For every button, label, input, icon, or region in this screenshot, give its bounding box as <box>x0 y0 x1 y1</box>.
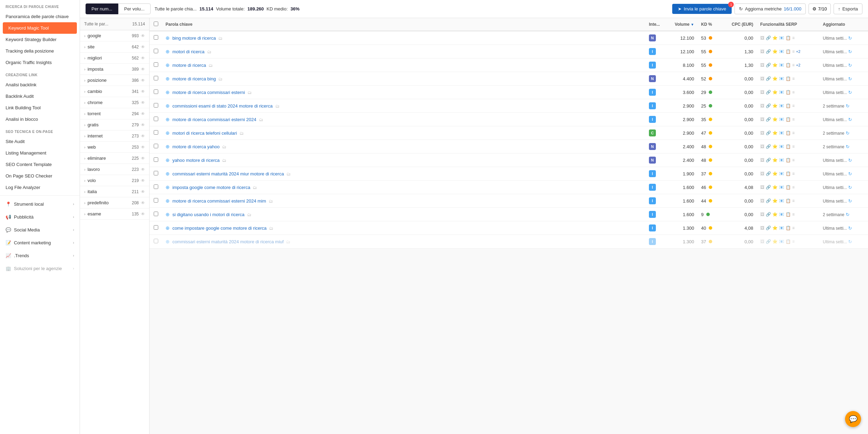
keyword-link[interactable]: motore di ricerca commissari esterni 202… <box>172 117 256 122</box>
row-checkbox[interactable] <box>154 89 158 94</box>
sidebar-item-seo-content[interactable]: SEO Content Template <box>0 159 80 170</box>
keyword-group-item[interactable]: ›google993👁 <box>80 30 149 41</box>
esporta-btn[interactable]: ↑ Esporta <box>834 3 862 14</box>
keyword-link[interactable]: motore di ricerca bing <box>172 76 216 81</box>
sidebar-group-trends[interactable]: 📈.Trends› <box>0 249 80 262</box>
refresh-btn[interactable]: ↻ <box>848 239 852 244</box>
folder-icon: 🗂 <box>222 158 226 163</box>
sidebar-item-site-audit[interactable]: Site Audit <box>0 136 80 147</box>
refresh-btn[interactable]: ↻ <box>848 158 852 163</box>
row-checkbox[interactable] <box>154 239 158 243</box>
sidebar-item-link-building[interactable]: Link Building Tool <box>0 102 80 113</box>
refresh-btn[interactable]: ↻ <box>846 144 850 149</box>
refresh-btn[interactable]: ↻ <box>848 117 852 122</box>
keyword-link[interactable]: si digitano usando i motori di ricerca <box>172 212 244 217</box>
row-checkbox[interactable] <box>154 212 158 216</box>
th-parola-chiave[interactable]: Parola chiave <box>162 18 645 31</box>
keyword-group-item[interactable]: ›lavoro223👁 <box>80 164 149 175</box>
row-checkbox[interactable] <box>154 130 158 135</box>
refresh-btn[interactable]: ↻ <box>848 76 852 81</box>
keyword-group-item[interactable]: ›volo219👁 <box>80 175 149 186</box>
keyword-link[interactable]: come impostare google come motore di ric… <box>172 226 267 231</box>
row-checkbox[interactable] <box>154 171 158 175</box>
settings-btn[interactable]: ⚙ 7/10 <box>809 3 830 14</box>
sidebar-item-panoramica[interactable]: Panoramica delle parole chiave <box>0 11 80 22</box>
refresh-btn[interactable]: ↻ <box>848 35 852 41</box>
row-checkbox[interactable] <box>154 103 158 108</box>
row-checkbox[interactable] <box>154 144 158 148</box>
keyword-group-item[interactable]: ›eliminare225👁 <box>80 153 149 164</box>
refresh-btn[interactable]: ↻ <box>848 171 852 176</box>
keyword-link[interactable]: motore di ricerca yahoo <box>172 144 220 149</box>
refresh-btn[interactable]: ↻ <box>846 212 850 217</box>
sidebar-item-analisi-backlink[interactable]: Analisi backlink <box>0 79 80 90</box>
keyword-group-item[interactable]: ›esame135👁 <box>80 208 149 220</box>
keyword-link[interactable]: commissari esterni maturità 2024 motore … <box>172 239 284 244</box>
serp-icon-mail: 📧 <box>779 49 784 54</box>
keyword-group-item[interactable]: ›chrome325👁 <box>80 97 149 108</box>
keyword-group-item[interactable]: ›gratis279👁 <box>80 119 149 131</box>
refresh-btn[interactable]: ↻ <box>846 131 850 136</box>
sidebar-group-pubblicita[interactable]: 📢Pubblicità› <box>0 211 80 223</box>
serp-icon-star: ⭐ <box>772 239 778 244</box>
refresh-btn[interactable]: ↻ <box>846 103 850 109</box>
invia-parole-chiave-btn[interactable]: ➤ Invia le parole chiave 1 <box>672 4 732 14</box>
aggiorna-metriche-btn[interactable]: ↻ Aggiorna metriche 16/1.000 <box>734 3 806 14</box>
keyword-link[interactable]: bing motore di ricerca <box>172 35 216 41</box>
th-volume[interactable]: Volume ▼ <box>666 18 698 31</box>
refresh-btn[interactable]: ↻ <box>848 198 852 204</box>
refresh-btn[interactable]: ↻ <box>848 226 852 231</box>
keyword-group-item[interactable]: ›cambio341👁 <box>80 86 149 97</box>
keyword-link[interactable]: imposta google come motore di ricerca <box>172 185 250 190</box>
sidebar-item-log-file[interactable]: Log File Analyzer <box>0 182 80 193</box>
sort-by-vol-btn[interactable]: Per volu... <box>118 3 151 14</box>
sidebar-item-keyword-magic[interactable]: Keyword Magic Tool <box>3 22 77 34</box>
row-checkbox[interactable] <box>154 198 158 203</box>
sort-by-num-btn[interactable]: Per num... <box>86 3 118 14</box>
serp-icon-list: 📋 <box>786 131 791 135</box>
sidebar-item-listing[interactable]: Listing Management <box>0 147 80 159</box>
keyword-group-item[interactable]: ›predefinito208👁 <box>80 197 149 208</box>
sidebar-item-backlink-audit[interactable]: Backlink Audit <box>0 90 80 102</box>
keyword-link[interactable]: commissioni esami di stato 2024 motore d… <box>172 103 273 109</box>
keyword-group-item[interactable]: ›web253👁 <box>80 142 149 153</box>
select-all-checkbox[interactable] <box>154 22 158 26</box>
keyword-group-item[interactable]: ›internet273👁 <box>80 131 149 142</box>
sidebar-item-analisi-blocco[interactable]: Analisi in blocco <box>0 113 80 125</box>
row-checkbox[interactable] <box>154 76 158 80</box>
sidebar-item-tracking[interactable]: Tracking della posizione <box>0 45 80 57</box>
sidebar-group-local[interactable]: 📍Strumenti local› <box>0 198 80 211</box>
refresh-btn[interactable]: ↻ <box>848 90 852 95</box>
refresh-btn[interactable]: ↻ <box>848 185 852 190</box>
keyword-group-item[interactable]: ›torrent294👁 <box>80 108 149 119</box>
keyword-group-item[interactable]: ›posizione386👁 <box>80 75 149 86</box>
keyword-link[interactable]: commissari esterni maturità 2024 miur mo… <box>172 171 284 176</box>
row-checkbox[interactable] <box>154 157 158 162</box>
sidebar-group-social[interactable]: 💬Social Media› <box>0 223 80 236</box>
row-checkbox[interactable] <box>154 62 158 67</box>
keyword-group-item[interactable]: ›migliori562👁 <box>80 53 149 64</box>
keyword-group-item[interactable]: ›imposta389👁 <box>80 64 149 75</box>
keyword-group-item[interactable]: ›site642👁 <box>80 41 149 53</box>
keyword-link[interactable]: motori di ricerca telefoni cellulari <box>172 131 237 136</box>
sidebar-item-organic-traffic[interactable]: Organic Traffic Insights <box>0 57 80 68</box>
keyword-link[interactable]: motore di ricerca commissari esterni 202… <box>172 198 266 204</box>
sidebar-item-keyword-strategy[interactable]: Keyword Strategy Builder <box>0 34 80 45</box>
expand-icon: › <box>84 123 86 127</box>
row-checkbox[interactable] <box>154 117 158 121</box>
keyword-link[interactable]: yahoo motore di ricerca <box>172 158 220 163</box>
keyword-group-item[interactable]: ›italia211👁 <box>80 186 149 197</box>
keyword-link[interactable]: motore di ricerca commissari esterni <box>172 90 245 95</box>
row-checkbox[interactable] <box>154 184 158 189</box>
sidebar-group-content[interactable]: 📝Content marketing› <box>0 236 80 249</box>
refresh-btn[interactable]: ↻ <box>848 63 852 68</box>
refresh-btn[interactable]: ↻ <box>848 49 852 54</box>
keyword-link[interactable]: motore di ricerca <box>172 63 206 68</box>
row-checkbox[interactable] <box>154 49 158 53</box>
group-icon: 📈 <box>6 253 11 258</box>
chat-bubble[interactable]: 💬 <box>845 411 861 427</box>
row-checkbox[interactable] <box>154 225 158 230</box>
keyword-link[interactable]: motori di ricerca <box>172 49 204 54</box>
row-checkbox[interactable] <box>154 35 158 40</box>
sidebar-item-on-page[interactable]: On Page SEO Checker <box>0 170 80 182</box>
